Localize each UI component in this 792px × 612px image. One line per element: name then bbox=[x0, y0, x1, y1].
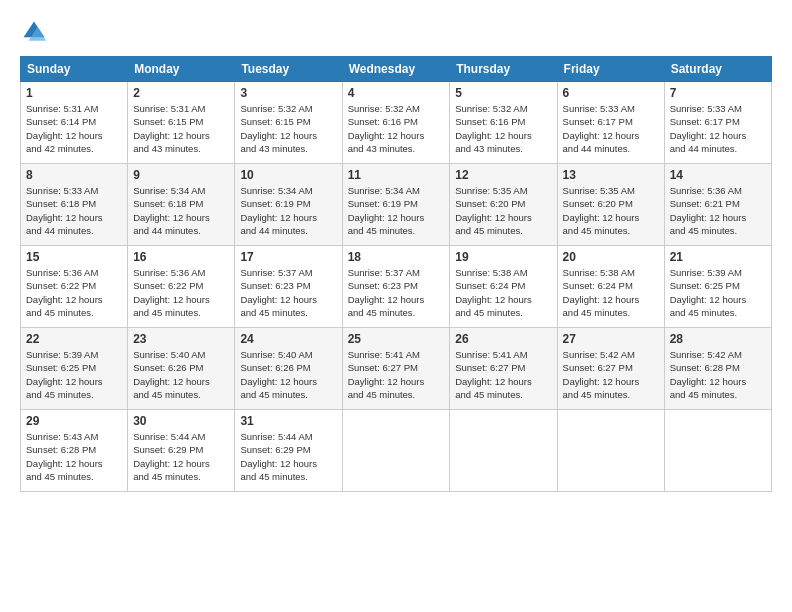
day-detail: Sunrise: 5:37 AMSunset: 6:23 PMDaylight:… bbox=[348, 267, 425, 318]
calendar-day-cell: 21 Sunrise: 5:39 AMSunset: 6:25 PMDaylig… bbox=[664, 246, 771, 328]
day-number: 12 bbox=[455, 168, 551, 182]
day-number: 27 bbox=[563, 332, 659, 346]
day-number: 19 bbox=[455, 250, 551, 264]
calendar-day-cell: 8 Sunrise: 5:33 AMSunset: 6:18 PMDayligh… bbox=[21, 164, 128, 246]
day-detail: Sunrise: 5:37 AMSunset: 6:23 PMDaylight:… bbox=[240, 267, 317, 318]
day-number: 5 bbox=[455, 86, 551, 100]
day-detail: Sunrise: 5:36 AMSunset: 6:22 PMDaylight:… bbox=[133, 267, 210, 318]
calendar-day-cell: 30 Sunrise: 5:44 AMSunset: 6:29 PMDaylig… bbox=[128, 410, 235, 492]
day-number: 20 bbox=[563, 250, 659, 264]
calendar-day-cell: 28 Sunrise: 5:42 AMSunset: 6:28 PMDaylig… bbox=[664, 328, 771, 410]
logo-icon bbox=[20, 18, 48, 46]
weekday-header: Sunday bbox=[21, 57, 128, 82]
calendar-day-cell: 3 Sunrise: 5:32 AMSunset: 6:15 PMDayligh… bbox=[235, 82, 342, 164]
day-detail: Sunrise: 5:36 AMSunset: 6:22 PMDaylight:… bbox=[26, 267, 103, 318]
calendar-day-cell: 17 Sunrise: 5:37 AMSunset: 6:23 PMDaylig… bbox=[235, 246, 342, 328]
day-number: 21 bbox=[670, 250, 766, 264]
calendar-day-cell: 15 Sunrise: 5:36 AMSunset: 6:22 PMDaylig… bbox=[21, 246, 128, 328]
calendar-day-cell: 19 Sunrise: 5:38 AMSunset: 6:24 PMDaylig… bbox=[450, 246, 557, 328]
weekday-header: Monday bbox=[128, 57, 235, 82]
calendar-day-cell: 31 Sunrise: 5:44 AMSunset: 6:29 PMDaylig… bbox=[235, 410, 342, 492]
page: SundayMondayTuesdayWednesdayThursdayFrid… bbox=[0, 0, 792, 504]
day-detail: Sunrise: 5:32 AMSunset: 6:16 PMDaylight:… bbox=[348, 103, 425, 154]
day-number: 18 bbox=[348, 250, 445, 264]
calendar-day-cell: 7 Sunrise: 5:33 AMSunset: 6:17 PMDayligh… bbox=[664, 82, 771, 164]
calendar-day-cell: 13 Sunrise: 5:35 AMSunset: 6:20 PMDaylig… bbox=[557, 164, 664, 246]
weekday-header: Saturday bbox=[664, 57, 771, 82]
calendar-day-cell: 26 Sunrise: 5:41 AMSunset: 6:27 PMDaylig… bbox=[450, 328, 557, 410]
empty-cell bbox=[450, 410, 557, 492]
day-number: 9 bbox=[133, 168, 229, 182]
day-detail: Sunrise: 5:33 AMSunset: 6:17 PMDaylight:… bbox=[670, 103, 747, 154]
day-detail: Sunrise: 5:31 AMSunset: 6:15 PMDaylight:… bbox=[133, 103, 210, 154]
day-number: 17 bbox=[240, 250, 336, 264]
day-detail: Sunrise: 5:44 AMSunset: 6:29 PMDaylight:… bbox=[240, 431, 317, 482]
calendar-day-cell: 2 Sunrise: 5:31 AMSunset: 6:15 PMDayligh… bbox=[128, 82, 235, 164]
weekday-header: Thursday bbox=[450, 57, 557, 82]
calendar-day-cell: 4 Sunrise: 5:32 AMSunset: 6:16 PMDayligh… bbox=[342, 82, 450, 164]
day-number: 22 bbox=[26, 332, 122, 346]
day-number: 30 bbox=[133, 414, 229, 428]
calendar-day-cell: 22 Sunrise: 5:39 AMSunset: 6:25 PMDaylig… bbox=[21, 328, 128, 410]
empty-cell bbox=[557, 410, 664, 492]
calendar-day-cell: 25 Sunrise: 5:41 AMSunset: 6:27 PMDaylig… bbox=[342, 328, 450, 410]
empty-cell bbox=[664, 410, 771, 492]
calendar-day-cell: 9 Sunrise: 5:34 AMSunset: 6:18 PMDayligh… bbox=[128, 164, 235, 246]
calendar-table: SundayMondayTuesdayWednesdayThursdayFrid… bbox=[20, 56, 772, 492]
calendar-day-cell: 29 Sunrise: 5:43 AMSunset: 6:28 PMDaylig… bbox=[21, 410, 128, 492]
day-detail: Sunrise: 5:42 AMSunset: 6:28 PMDaylight:… bbox=[670, 349, 747, 400]
day-number: 29 bbox=[26, 414, 122, 428]
day-detail: Sunrise: 5:41 AMSunset: 6:27 PMDaylight:… bbox=[455, 349, 532, 400]
calendar-day-cell: 10 Sunrise: 5:34 AMSunset: 6:19 PMDaylig… bbox=[235, 164, 342, 246]
calendar-day-cell: 16 Sunrise: 5:36 AMSunset: 6:22 PMDaylig… bbox=[128, 246, 235, 328]
day-number: 25 bbox=[348, 332, 445, 346]
day-detail: Sunrise: 5:38 AMSunset: 6:24 PMDaylight:… bbox=[455, 267, 532, 318]
calendar-day-cell: 14 Sunrise: 5:36 AMSunset: 6:21 PMDaylig… bbox=[664, 164, 771, 246]
day-number: 26 bbox=[455, 332, 551, 346]
calendar-day-cell: 18 Sunrise: 5:37 AMSunset: 6:23 PMDaylig… bbox=[342, 246, 450, 328]
calendar-day-cell: 5 Sunrise: 5:32 AMSunset: 6:16 PMDayligh… bbox=[450, 82, 557, 164]
day-number: 4 bbox=[348, 86, 445, 100]
day-detail: Sunrise: 5:35 AMSunset: 6:20 PMDaylight:… bbox=[455, 185, 532, 236]
day-number: 10 bbox=[240, 168, 336, 182]
day-detail: Sunrise: 5:43 AMSunset: 6:28 PMDaylight:… bbox=[26, 431, 103, 482]
day-detail: Sunrise: 5:39 AMSunset: 6:25 PMDaylight:… bbox=[26, 349, 103, 400]
day-detail: Sunrise: 5:40 AMSunset: 6:26 PMDaylight:… bbox=[240, 349, 317, 400]
weekday-header: Friday bbox=[557, 57, 664, 82]
weekday-header: Tuesday bbox=[235, 57, 342, 82]
calendar-day-cell: 11 Sunrise: 5:34 AMSunset: 6:19 PMDaylig… bbox=[342, 164, 450, 246]
calendar-day-cell: 6 Sunrise: 5:33 AMSunset: 6:17 PMDayligh… bbox=[557, 82, 664, 164]
day-detail: Sunrise: 5:39 AMSunset: 6:25 PMDaylight:… bbox=[670, 267, 747, 318]
day-detail: Sunrise: 5:32 AMSunset: 6:15 PMDaylight:… bbox=[240, 103, 317, 154]
day-number: 24 bbox=[240, 332, 336, 346]
day-detail: Sunrise: 5:40 AMSunset: 6:26 PMDaylight:… bbox=[133, 349, 210, 400]
day-detail: Sunrise: 5:35 AMSunset: 6:20 PMDaylight:… bbox=[563, 185, 640, 236]
day-detail: Sunrise: 5:34 AMSunset: 6:19 PMDaylight:… bbox=[240, 185, 317, 236]
day-number: 6 bbox=[563, 86, 659, 100]
calendar-day-cell: 1 Sunrise: 5:31 AMSunset: 6:14 PMDayligh… bbox=[21, 82, 128, 164]
day-detail: Sunrise: 5:34 AMSunset: 6:19 PMDaylight:… bbox=[348, 185, 425, 236]
day-number: 8 bbox=[26, 168, 122, 182]
calendar-day-cell: 23 Sunrise: 5:40 AMSunset: 6:26 PMDaylig… bbox=[128, 328, 235, 410]
day-number: 3 bbox=[240, 86, 336, 100]
day-number: 2 bbox=[133, 86, 229, 100]
day-detail: Sunrise: 5:33 AMSunset: 6:18 PMDaylight:… bbox=[26, 185, 103, 236]
empty-cell bbox=[342, 410, 450, 492]
day-detail: Sunrise: 5:42 AMSunset: 6:27 PMDaylight:… bbox=[563, 349, 640, 400]
day-detail: Sunrise: 5:31 AMSunset: 6:14 PMDaylight:… bbox=[26, 103, 103, 154]
day-number: 13 bbox=[563, 168, 659, 182]
calendar-day-cell: 27 Sunrise: 5:42 AMSunset: 6:27 PMDaylig… bbox=[557, 328, 664, 410]
day-detail: Sunrise: 5:33 AMSunset: 6:17 PMDaylight:… bbox=[563, 103, 640, 154]
day-number: 28 bbox=[670, 332, 766, 346]
day-number: 15 bbox=[26, 250, 122, 264]
day-number: 31 bbox=[240, 414, 336, 428]
calendar-day-cell: 20 Sunrise: 5:38 AMSunset: 6:24 PMDaylig… bbox=[557, 246, 664, 328]
day-detail: Sunrise: 5:32 AMSunset: 6:16 PMDaylight:… bbox=[455, 103, 532, 154]
day-detail: Sunrise: 5:34 AMSunset: 6:18 PMDaylight:… bbox=[133, 185, 210, 236]
weekday-header: Wednesday bbox=[342, 57, 450, 82]
day-number: 1 bbox=[26, 86, 122, 100]
day-detail: Sunrise: 5:44 AMSunset: 6:29 PMDaylight:… bbox=[133, 431, 210, 482]
day-number: 14 bbox=[670, 168, 766, 182]
day-number: 11 bbox=[348, 168, 445, 182]
day-detail: Sunrise: 5:36 AMSunset: 6:21 PMDaylight:… bbox=[670, 185, 747, 236]
